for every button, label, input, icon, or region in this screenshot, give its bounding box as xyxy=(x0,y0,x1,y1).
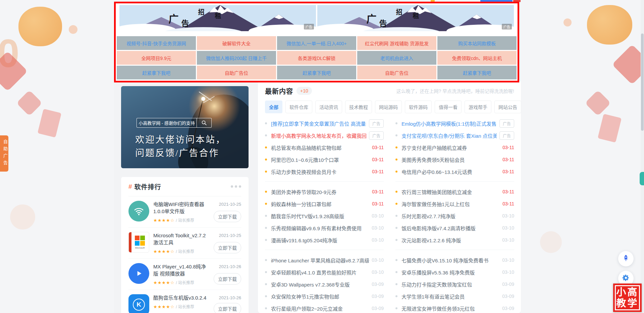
article-link[interactable]: 安卓乐播投屏v5.5.36 纯净免费版 xyxy=(401,269,499,276)
article-link[interactable]: 蚂蚁森林抽一分钱口罩包邮 xyxy=(271,200,369,207)
download-button[interactable]: 立即下载 xyxy=(214,242,241,253)
article-date: 03-09 xyxy=(372,281,384,287)
article-row: 电信用户必中0.66~13.14元话费03-11 xyxy=(395,166,514,178)
article-link[interactable]: 众安保险女神节1元撸实物包邮 xyxy=(271,293,369,300)
bullet-icon xyxy=(265,283,267,285)
banner-char: 告 xyxy=(181,17,189,28)
article-link[interactable]: 大学生领1年有道云笔记会员 xyxy=(401,293,499,300)
article-row: 阿里巴巴0.1~0.6元撸10个口罩03-11 xyxy=(265,153,384,166)
article-row: 安卓3D Wallpapers v7.2.368专业版03-09 xyxy=(265,278,384,290)
ad-banner[interactable]: 广 告 招 租 广告 xyxy=(317,5,514,31)
article-link[interactable]: 海尔智家做任务抽1元以上红包 xyxy=(401,200,500,207)
article-link[interactable]: 美图秀秀免费领5天粉钻会员 xyxy=(401,156,500,163)
article-link[interactable]: 安卓3D Wallpapers v7.2.368专业版 xyxy=(271,281,369,288)
star-outline-icon: ☆ xyxy=(170,249,174,254)
hero-banner[interactable]: 小高教学网 - 感谢你们的支持 欢迎大佬访问本站， 问题反馈/广告合作 xyxy=(121,86,249,168)
article-link[interactable]: 漫画铺v191.6.tg05.204纯净版 xyxy=(271,237,369,244)
article-link[interactable]: iPhone Launcher 苹果风格启动器v8.2.7高级版 xyxy=(271,257,369,264)
article-link[interactable]: 电信用户必中0.66~13.14元话费 xyxy=(401,168,500,175)
ad-cell-link[interactable]: 自助广告位 xyxy=(197,66,276,79)
bullet-icon xyxy=(395,171,397,173)
article-date: 03-11 xyxy=(372,169,384,174)
ad-cell-link[interactable]: 赶紧拿下我吧 xyxy=(117,66,196,79)
article-link[interactable]: [推荐]立即拿下黄金文章置顶广告位 高流量IP xyxy=(271,120,366,127)
site-logo-stamp[interactable]: 小高 教学 xyxy=(613,284,642,312)
article-link[interactable]: 七猫免费小说V6.15.10 纯净版免费看书 xyxy=(401,257,499,264)
tab-软件仓库[interactable]: 软件仓库 xyxy=(285,101,312,113)
ad-cell-link[interactable]: 破解软件大全 xyxy=(197,36,276,50)
tab-值得一看[interactable]: 值得一看 xyxy=(435,101,462,113)
software-item: K酷狗音乐车机版v3.0.2.4★★★★☆/ 站长推荐2021-10-26立即下… xyxy=(128,290,241,313)
article-link[interactable]: 饭后电影纯净版v7.4.2高清秒播版 xyxy=(401,225,499,232)
software-ranking-title: 软件排行 xyxy=(135,182,161,191)
ad-banner[interactable]: 广 告 招 租 广告 xyxy=(119,5,316,31)
article-link[interactable]: 乐时光影视v2.7.7纯净版 xyxy=(401,212,499,220)
bullet-icon xyxy=(265,146,267,148)
tab-活动资讯[interactable]: 活动资讯 xyxy=(315,101,342,113)
self-ad-side-tab[interactable]: 自助广告 xyxy=(0,135,8,172)
article-link[interactable]: 次元站影视v1.2.2.6 纯净版 xyxy=(401,237,499,244)
ad-cell-link[interactable]: 自助广告位 xyxy=(357,66,436,79)
article-link[interactable]: 美团外卖神券节领取20-9元券 xyxy=(271,188,369,195)
download-button[interactable]: 立即下载 xyxy=(214,303,241,313)
ad-cell-link[interactable]: 各类游戏DLC解锁 xyxy=(277,51,356,65)
download-button[interactable]: 立即下载 xyxy=(214,273,241,285)
software-title[interactable]: 酷狗音乐车机版v3.0.2.4 xyxy=(153,294,208,301)
ad-cell-link[interactable]: 视频号-抖音-快手业务货源网 xyxy=(117,36,196,50)
ad-cell-link[interactable]: 全网项目9.9元 xyxy=(117,51,196,65)
software-title[interactable]: 电脑端WIFI密码查看器 1.0.0单文件版 xyxy=(153,201,208,215)
tab-游戏帮手[interactable]: 游戏帮手 xyxy=(465,101,491,113)
article-link[interactable]: 支付宝花呗/京东白条/分期乐 套Xian 点位美丽 xyxy=(401,132,497,139)
article-link[interactable]: 新增小高教学网永久地址发布页，收藏我回家.. xyxy=(271,132,366,139)
decoration-dot xyxy=(10,204,35,230)
article-link[interactable]: 农行星级用户领取2~20元立减金 xyxy=(271,305,369,312)
ad-cell-link[interactable]: 免费领取cdn、网站主机 xyxy=(437,51,517,65)
tab-网站公告[interactable]: 网站公告 xyxy=(494,101,521,113)
tab-软件源码[interactable]: 软件源码 xyxy=(405,101,432,113)
article-link[interactable]: 安卓轻颜相机v4.1.0 直男也能拍好照片 xyxy=(271,269,369,276)
banner-char: 招 xyxy=(198,7,204,16)
article-row: 安卓轻颜相机v4.1.0 直男也能拍好照片03-10 xyxy=(265,266,384,278)
software-item-info: 酷狗音乐车机版v3.0.2.4★★★★☆/ 站长推荐 xyxy=(153,294,208,313)
article-link[interactable]: 乐动力打卡指定天数领淘宝红包 xyxy=(401,281,499,288)
software-title[interactable]: MX Player_v1.40.8纯净版 视频播放器 xyxy=(153,263,208,277)
star-icons: ★★★★ xyxy=(153,304,170,309)
ad-cell-link[interactable]: 购买本站同款模板 xyxy=(437,36,517,50)
bullet-icon xyxy=(395,134,397,136)
ad-cell-link[interactable]: 微信加人,一单一结.日入400+ xyxy=(277,36,356,50)
download-button[interactable]: 立即下载 xyxy=(214,211,241,222)
ad-cell-link[interactable]: 赶紧拿下我吧 xyxy=(277,66,356,79)
side-tool-tab[interactable] xyxy=(640,172,644,185)
article-link[interactable]: 乐秀视频编辑器v9.6.9 所有素材免费使用 xyxy=(271,225,369,232)
article-link[interactable]: 酷我音乐时代TV版v1.9.28高级版 xyxy=(271,212,369,220)
ad-cell-link[interactable]: 红尘代刷网 游戏辅助 货源批发 xyxy=(357,36,436,50)
ad-cell-link[interactable]: 微信加人推码200起 日赚上千 xyxy=(197,51,276,65)
ad-badge: 广告 xyxy=(369,119,384,128)
ad-cell-link[interactable]: 赶紧拿下我吧 xyxy=(437,66,517,79)
decoration-diamond xyxy=(612,44,644,84)
software-title[interactable]: Microsoft Toolkit_v2.7.2 激活工具 xyxy=(153,232,208,246)
more-dots-icon[interactable] xyxy=(231,185,241,188)
article-row: Emlog仿小高教学网模板(1:1仿制)正式发售广告 xyxy=(395,117,514,129)
tab-全部[interactable]: 全部 xyxy=(265,101,282,113)
article-link[interactable]: 无限进宝女神节做任务领3元红包 xyxy=(401,305,499,312)
bullet-icon xyxy=(265,239,267,241)
rating-row: ★★★★☆/ 站长推荐 xyxy=(153,279,208,285)
article-link[interactable]: Emlog仿小高教学网模板(1:1仿制)正式发售 xyxy=(401,120,497,127)
tab-技术教程[interactable]: 技术教程 xyxy=(345,101,372,113)
article-link[interactable]: 苏宁支付老用户抽随机立减券 xyxy=(401,144,500,151)
article-link[interactable]: 农行周三锦鲤抽美团随机立减金 xyxy=(401,188,500,195)
article-link[interactable]: 机总管发布商品抽随机实物包邮 xyxy=(271,144,369,151)
banner-char: 租 xyxy=(413,11,419,20)
ad-cell-link[interactable]: 老司机由此进入 xyxy=(357,51,436,65)
article-link[interactable]: 阿里巴巴0.1~0.6元撸10个口罩 xyxy=(271,156,369,163)
software-item: MX Player_v1.40.8纯净版 视频播放器★★★★☆/ 站长推荐202… xyxy=(128,259,241,290)
article-row: 苏宁支付老用户抽随机立减券03-11 xyxy=(395,141,514,153)
ad-badge: 广告 xyxy=(499,119,514,128)
tab-网站源码[interactable]: 网站源码 xyxy=(375,101,402,113)
scrollbar-thumb[interactable] xyxy=(641,34,644,131)
rating-row: ★★★★☆/ 站长推荐 xyxy=(153,217,208,223)
back-to-top-button[interactable] xyxy=(618,251,634,266)
wifi-icon xyxy=(128,201,149,222)
article-link[interactable]: 乐动力步数兑换视频会员月卡 xyxy=(271,168,369,175)
